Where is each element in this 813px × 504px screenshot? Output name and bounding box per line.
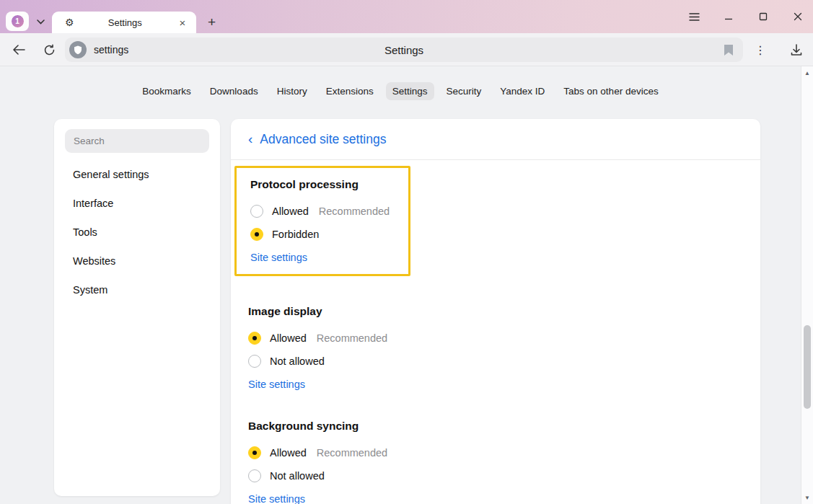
option-note: Recommended bbox=[317, 447, 387, 459]
radio-option-allowed[interactable]: Allowed Recommended bbox=[248, 327, 743, 350]
tab-group-button[interactable]: 1 bbox=[6, 12, 29, 31]
site-settings-link[interactable]: Site settings bbox=[248, 379, 305, 390]
window-controls bbox=[686, 0, 806, 33]
radio-icon[interactable] bbox=[248, 355, 261, 368]
option-label: Not allowed bbox=[270, 355, 325, 367]
section-background-syncing: Background syncing Allowed Recommended N… bbox=[248, 420, 743, 504]
downloads-icon[interactable] bbox=[786, 40, 807, 60]
radio-option-allowed[interactable]: Allowed Recommended bbox=[250, 200, 391, 223]
radio-option-not-allowed[interactable]: Not allowed bbox=[248, 350, 743, 373]
new-tab-button[interactable]: + bbox=[203, 13, 221, 31]
settings-gear-icon: ⚙ bbox=[65, 17, 74, 28]
radio-option-not-allowed[interactable]: Not allowed bbox=[248, 464, 743, 487]
sidebar-item-interface[interactable]: Interface bbox=[54, 192, 220, 215]
back-button[interactable] bbox=[9, 40, 29, 60]
settings-main-panel: ‹ Advanced site settings Protocol proces… bbox=[231, 119, 760, 504]
refresh-button[interactable] bbox=[39, 40, 59, 60]
section-title: Protocol processing bbox=[250, 178, 391, 191]
option-label: Not allowed bbox=[270, 470, 325, 482]
option-note: Recommended bbox=[319, 205, 390, 217]
tab-title: Settings bbox=[74, 17, 176, 28]
radio-icon[interactable] bbox=[248, 332, 261, 345]
sidebar-item-general-settings[interactable]: General settings bbox=[54, 163, 220, 186]
option-label: Allowed bbox=[272, 205, 309, 217]
close-window-button[interactable] bbox=[790, 9, 806, 25]
nav-item-downloads[interactable]: Downloads bbox=[203, 82, 265, 100]
sidebar-item-websites[interactable]: Websites bbox=[54, 249, 220, 273]
nav-item-security[interactable]: Security bbox=[440, 82, 488, 100]
option-label: Allowed bbox=[270, 447, 307, 459]
tab-list-chevron-down-icon[interactable] bbox=[32, 13, 49, 30]
sidebar-item-system[interactable]: System bbox=[54, 278, 220, 301]
site-protection-badge-icon[interactable] bbox=[69, 41, 87, 58]
maximize-button[interactable] bbox=[755, 9, 771, 25]
nav-item-tabs-other-devices[interactable]: Tabs on other devices bbox=[557, 82, 664, 100]
sidebar-list: General settings Interface Tools Website… bbox=[54, 163, 220, 301]
scroll-down-icon[interactable]: ▼ bbox=[801, 492, 813, 503]
sidebar-search bbox=[65, 129, 209, 153]
radio-icon[interactable] bbox=[250, 205, 263, 218]
nav-item-settings[interactable]: Settings bbox=[386, 82, 434, 100]
bookmark-icon[interactable] bbox=[720, 41, 737, 58]
tab-close-icon[interactable]: × bbox=[176, 16, 189, 29]
active-tab[interactable]: ⚙ Settings × bbox=[52, 12, 196, 33]
browser-menu-icon[interactable] bbox=[686, 9, 702, 25]
section-title: Background syncing bbox=[248, 420, 743, 433]
nav-item-extensions[interactable]: Extensions bbox=[320, 82, 380, 100]
url-text: settings bbox=[94, 44, 128, 56]
section-title: Image display bbox=[248, 305, 743, 318]
radio-icon[interactable] bbox=[250, 228, 263, 241]
sidebar-item-tools[interactable]: Tools bbox=[54, 221, 220, 244]
address-bar-page-title: Settings bbox=[65, 44, 743, 56]
scrollbar-thumb[interactable] bbox=[804, 325, 811, 409]
back-chevron-icon[interactable]: ‹ bbox=[248, 132, 252, 146]
nav-item-bookmarks[interactable]: Bookmarks bbox=[136, 82, 198, 100]
radio-option-forbidden[interactable]: Forbidden bbox=[250, 223, 391, 246]
radio-icon[interactable] bbox=[248, 446, 261, 459]
page-title: Advanced site settings bbox=[260, 132, 386, 147]
window-titlebar: 1 ⚙ Settings × + bbox=[0, 0, 813, 33]
option-label: Forbidden bbox=[272, 229, 319, 240]
minimize-button[interactable] bbox=[721, 9, 737, 25]
radio-option-allowed[interactable]: Allowed Recommended bbox=[248, 441, 743, 464]
settings-sidebar: General settings Interface Tools Website… bbox=[54, 119, 220, 496]
browser-toolbar: settings Settings ⋮ bbox=[0, 33, 813, 66]
scroll-up-icon[interactable]: ▲ bbox=[801, 68, 813, 78]
search-input[interactable] bbox=[65, 129, 209, 153]
option-label: Allowed bbox=[270, 332, 307, 344]
nav-item-history[interactable]: History bbox=[271, 82, 314, 100]
settings-nav: Bookmarks Downloads History Extensions S… bbox=[0, 82, 801, 100]
browser-window: 1 ⚙ Settings × + bbox=[0, 0, 813, 504]
page-scrollbar[interactable]: ▲ ▼ bbox=[801, 66, 813, 504]
advanced-site-settings-header[interactable]: ‹ Advanced site settings bbox=[231, 119, 760, 160]
section-image-display: Image display Allowed Recommended Not al… bbox=[248, 305, 743, 391]
more-options-icon[interactable]: ⋮ bbox=[752, 40, 769, 60]
nav-item-yandex-id[interactable]: Yandex ID bbox=[493, 82, 551, 100]
site-settings-link[interactable]: Site settings bbox=[248, 493, 305, 504]
option-note: Recommended bbox=[317, 332, 387, 344]
settings-sections: Protocol processing Allowed Recommended … bbox=[231, 166, 760, 504]
site-settings-link[interactable]: Site settings bbox=[250, 252, 307, 263]
address-bar[interactable]: settings Settings bbox=[65, 37, 743, 62]
tab-group-badge: 1 bbox=[11, 14, 25, 28]
section-protocol-processing: Protocol processing Allowed Recommended … bbox=[234, 166, 410, 276]
radio-icon[interactable] bbox=[248, 469, 261, 482]
